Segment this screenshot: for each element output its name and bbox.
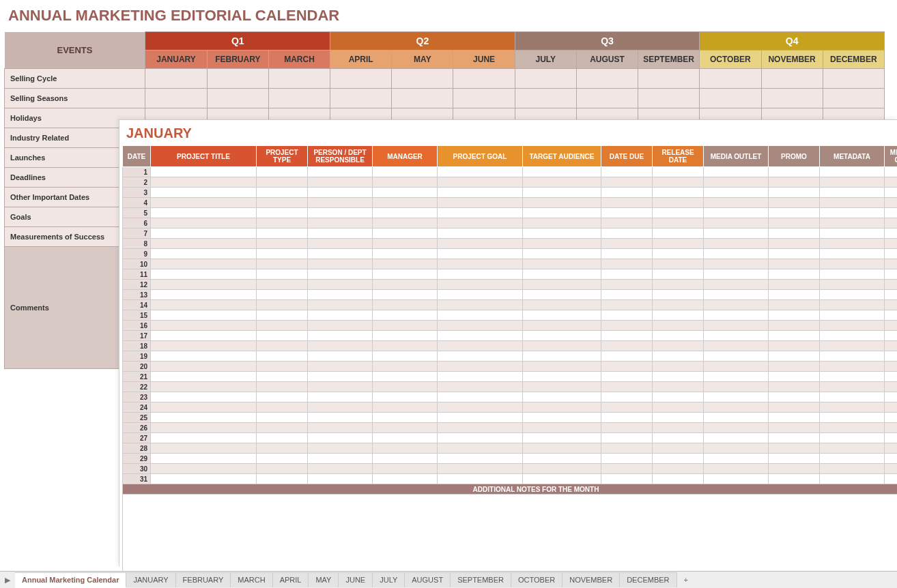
annual-cell[interactable] <box>392 89 453 108</box>
month-cell[interactable] <box>820 218 885 229</box>
month-cell[interactable] <box>820 454 885 464</box>
month-cell[interactable] <box>885 321 898 331</box>
month-cell[interactable] <box>438 239 523 249</box>
month-cell[interactable] <box>769 229 820 239</box>
month-cell[interactable] <box>308 269 373 280</box>
month-cell[interactable] <box>769 454 820 464</box>
month-cell[interactable] <box>257 269 308 280</box>
month-cell[interactable] <box>653 188 704 198</box>
month-cell[interactable] <box>523 392 601 402</box>
month-cell[interactable] <box>820 341 885 351</box>
month-cell[interactable] <box>308 392 373 402</box>
month-cell[interactable] <box>151 382 257 392</box>
month-cell[interactable] <box>820 382 885 392</box>
month-cell[interactable] <box>373 188 438 198</box>
month-cell[interactable] <box>151 443 257 454</box>
month-cell[interactable] <box>151 167 257 177</box>
month-cell[interactable] <box>373 464 438 474</box>
month-cell[interactable] <box>769 188 820 198</box>
month-cell[interactable] <box>373 362 438 372</box>
month-cell[interactable] <box>373 423 438 433</box>
month-cell[interactable] <box>438 372 523 382</box>
month-cell[interactable] <box>769 269 820 280</box>
month-cell[interactable] <box>257 443 308 454</box>
annual-cell[interactable] <box>268 89 330 108</box>
month-cell[interactable] <box>438 413 523 423</box>
sheet-tab[interactable]: NOVEMBER <box>563 572 620 587</box>
month-cell[interactable] <box>373 402 438 413</box>
month-cell[interactable] <box>601 188 653 198</box>
month-cell[interactable] <box>257 310 308 321</box>
month-cell[interactable] <box>308 433 373 443</box>
month-cell[interactable] <box>257 259 308 269</box>
month-cell[interactable] <box>257 290 308 300</box>
month-cell[interactable] <box>704 259 769 269</box>
month-cell[interactable] <box>373 177 438 188</box>
month-cell[interactable] <box>704 362 769 372</box>
month-cell[interactable] <box>308 464 373 474</box>
month-cell[interactable] <box>523 351 601 362</box>
annual-cell[interactable] <box>576 69 638 89</box>
month-cell[interactable] <box>769 290 820 300</box>
month-cell[interactable] <box>769 443 820 454</box>
month-cell[interactable] <box>601 351 653 362</box>
sheet-tab[interactable]: MARCH <box>231 572 272 587</box>
month-cell[interactable] <box>769 382 820 392</box>
month-cell[interactable] <box>438 351 523 362</box>
month-cell[interactable] <box>257 362 308 372</box>
month-cell[interactable] <box>151 269 257 280</box>
month-cell[interactable] <box>523 423 601 433</box>
sheet-tab[interactable]: AUGUST <box>405 572 451 587</box>
month-cell[interactable] <box>151 402 257 413</box>
month-cell[interactable] <box>373 331 438 341</box>
month-cell[interactable] <box>523 464 601 474</box>
month-cell[interactable] <box>373 167 438 177</box>
month-cell[interactable] <box>820 362 885 372</box>
month-cell[interactable] <box>653 310 704 321</box>
month-cell[interactable] <box>601 259 653 269</box>
month-cell[interactable] <box>373 310 438 321</box>
month-cell[interactable] <box>373 454 438 464</box>
month-cell[interactable] <box>653 269 704 280</box>
month-cell[interactable] <box>151 290 257 300</box>
sheet-tab[interactable]: MAY <box>309 572 339 587</box>
month-cell[interactable] <box>885 443 898 454</box>
month-cell[interactable] <box>769 249 820 259</box>
month-cell[interactable] <box>653 443 704 454</box>
month-cell[interactable] <box>885 413 898 423</box>
month-cell[interactable] <box>373 280 438 290</box>
month-cell[interactable] <box>769 351 820 362</box>
month-cell[interactable] <box>438 229 523 239</box>
month-cell[interactable] <box>769 362 820 372</box>
month-cell[interactable] <box>438 218 523 229</box>
month-cell[interactable] <box>308 413 373 423</box>
month-cell[interactable] <box>653 218 704 229</box>
month-cell[interactable] <box>601 310 653 321</box>
month-cell[interactable] <box>373 259 438 269</box>
month-cell[interactable] <box>308 280 373 290</box>
month-cell[interactable] <box>820 229 885 239</box>
month-cell[interactable] <box>438 443 523 454</box>
month-cell[interactable] <box>704 402 769 413</box>
month-cell[interactable] <box>257 382 308 392</box>
month-cell[interactable] <box>653 249 704 259</box>
month-cell[interactable] <box>257 402 308 413</box>
month-cell[interactable] <box>151 300 257 310</box>
month-cell[interactable] <box>308 290 373 300</box>
month-cell[interactable] <box>438 167 523 177</box>
month-cell[interactable] <box>257 341 308 351</box>
month-cell[interactable] <box>438 321 523 331</box>
month-cell[interactable] <box>151 229 257 239</box>
month-cell[interactable] <box>308 382 373 392</box>
month-cell[interactable] <box>704 188 769 198</box>
tab-nav-prev-icon[interactable]: ▶ <box>0 576 15 585</box>
month-cell[interactable] <box>308 362 373 372</box>
annual-cell[interactable] <box>145 89 207 108</box>
month-cell[interactable] <box>308 331 373 341</box>
month-cell[interactable] <box>308 198 373 208</box>
month-cell[interactable] <box>601 269 653 280</box>
month-cell[interactable] <box>653 208 704 218</box>
month-cell[interactable] <box>523 208 601 218</box>
month-cell[interactable] <box>373 321 438 331</box>
month-cell[interactable] <box>438 454 523 464</box>
